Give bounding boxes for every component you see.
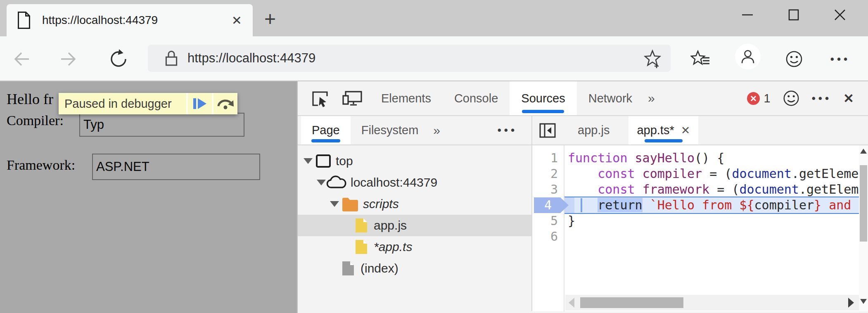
devtools-second-row: Page Filesystem » ••• app.js <box>298 116 868 145</box>
compiler-input[interactable] <box>79 113 244 137</box>
scroll-right-icon[interactable] <box>848 298 854 308</box>
devtools-main-toolbar: Elements Console Sources Network » 1 <box>298 81 868 116</box>
browser-toolbar: https://localhost:44379 <box>0 36 868 81</box>
tree-label: *app.ts <box>374 240 412 254</box>
window-close-icon[interactable] <box>829 6 851 24</box>
tab-filesystem[interactable]: Filesystem <box>351 116 429 145</box>
collapse-panel-icon[interactable] <box>539 116 556 145</box>
expand-arrow-icon[interactable] <box>304 158 313 164</box>
error-badge-icon[interactable] <box>747 92 760 105</box>
tree-item-scripts[interactable]: scripts <box>298 193 531 215</box>
ellipsis-icon: ••• <box>498 124 517 137</box>
code-token: ${ <box>739 198 754 212</box>
smiley-feedback-icon[interactable] <box>784 49 804 69</box>
devtools-body: top localhost:44379 scripts <box>298 145 868 311</box>
more-tabs-chevron-icon[interactable]: » <box>429 116 444 145</box>
tab-sources-label: Sources <box>521 92 565 105</box>
page-content: Hello fr Compiler: Framework: Paused in … <box>0 81 297 313</box>
frame-icon <box>316 154 331 168</box>
editor-tab-strip: app.js app.ts* ✕ <box>531 116 868 145</box>
code-token <box>643 198 650 212</box>
step-over-button[interactable] <box>212 93 237 114</box>
tab-console[interactable]: Console <box>443 81 510 115</box>
browser-window: https://localhost:44379 ✕ + <box>0 0 868 313</box>
close-tab-icon[interactable]: ✕ <box>681 124 690 137</box>
devtools-more-button[interactable]: ••• <box>812 92 832 105</box>
code-line-5[interactable]: } <box>568 213 575 229</box>
tab-page[interactable]: Page <box>301 116 351 145</box>
expand-arrow-icon[interactable] <box>330 201 339 207</box>
profile-button[interactable] <box>735 44 761 69</box>
code-token <box>635 182 643 197</box>
lock-icon <box>164 50 178 67</box>
window-controls <box>737 6 851 24</box>
line-number-gutter[interactable]: 1 2 3 5 6 <box>532 145 564 311</box>
file-yellow-icon <box>355 239 368 255</box>
file-navigator-tree: top localhost:44379 scripts <box>298 145 531 311</box>
code-token: document <box>739 182 799 197</box>
tab-network[interactable]: Network <box>577 81 644 115</box>
favorites-hub-icon[interactable] <box>690 49 711 69</box>
line-number[interactable]: 5 <box>550 213 558 229</box>
settings-more-button[interactable]: ••• <box>830 49 851 69</box>
tab-close-icon[interactable]: ✕ <box>232 13 242 28</box>
tab-elements[interactable]: Elements <box>370 81 443 115</box>
tree-item-appjs-selected[interactable]: app.js <box>298 215 531 236</box>
editor-tab-appjs[interactable]: app.js <box>578 116 609 145</box>
resume-script-button[interactable] <box>186 93 212 114</box>
device-emulation-icon[interactable] <box>342 81 363 115</box>
error-count[interactable]: 1 <box>764 92 771 105</box>
tab-title: https://localhost:44379 <box>42 14 232 27</box>
code-line-1[interactable]: function sayHello() { <box>568 150 724 166</box>
horizontal-scrollbar-thumb[interactable] <box>580 297 683 308</box>
navigator-more-button[interactable]: ••• <box>498 116 517 145</box>
tree-item-top[interactable]: top <box>298 150 531 172</box>
scroll-up-icon[interactable] <box>860 149 867 154</box>
back-icon[interactable] <box>12 49 32 69</box>
minimize-icon[interactable] <box>737 6 758 24</box>
tree-item-index[interactable]: (index) <box>298 258 531 279</box>
resume-icon <box>192 97 208 111</box>
line-number[interactable]: 3 <box>550 182 558 197</box>
inspect-element-icon[interactable] <box>310 81 330 115</box>
add-favorite-star-icon[interactable] <box>643 48 662 68</box>
forward-icon[interactable] <box>58 49 78 69</box>
expand-arrow-icon[interactable] <box>317 180 326 185</box>
tree-item-appts[interactable]: *app.ts <box>298 236 531 258</box>
active-tab-underline <box>311 139 340 142</box>
tab-sources[interactable]: Sources <box>510 81 576 115</box>
refresh-icon[interactable] <box>108 49 129 69</box>
code-line-2[interactable]: const compiler = (document.getElementB <box>568 166 868 182</box>
folder-icon <box>342 197 359 211</box>
code-token: () { <box>695 151 724 165</box>
line-number[interactable]: 6 <box>550 229 558 244</box>
page-favicon-icon <box>17 12 31 29</box>
editor-tab-appts[interactable]: app.ts* ✕ <box>628 116 698 145</box>
url-text[interactable]: https://localhost:44379 <box>187 51 643 66</box>
code-line-3[interactable]: const framework = (document.getElement <box>568 182 868 197</box>
vertical-scrollbar[interactable] <box>859 145 868 311</box>
tree-item-localhost[interactable]: localhost:44379 <box>298 172 531 193</box>
more-tabs-chevron-icon[interactable]: » <box>644 81 659 115</box>
address-bar[interactable]: https://localhost:44379 <box>148 45 671 72</box>
new-tab-button[interactable]: + <box>258 7 282 31</box>
person-icon <box>739 47 757 66</box>
vertical-scrollbar-thumb[interactable] <box>860 165 867 242</box>
horizontal-scrollbar[interactable] <box>565 295 859 311</box>
framework-input[interactable] <box>92 154 260 180</box>
tree-label: localhost:44379 <box>351 175 437 190</box>
scroll-left-icon[interactable] <box>569 298 574 308</box>
tab-bar: https://localhost:44379 ✕ + <box>0 0 868 36</box>
file-gray-icon <box>342 261 355 276</box>
scroll-down-icon[interactable] <box>860 299 867 304</box>
line-number[interactable]: 2 <box>550 166 558 182</box>
line-number[interactable]: 1 <box>550 150 558 166</box>
browser-tab[interactable]: https://localhost:44379 ✕ <box>7 4 253 36</box>
code-token: const <box>598 166 635 181</box>
code-token <box>635 166 643 181</box>
code-editor[interactable]: 1 2 3 5 6 4 function sayHello() { const … <box>531 145 868 311</box>
smiley-feedback-icon[interactable] <box>782 89 800 107</box>
devtools-close-button[interactable]: ✕ <box>843 91 854 106</box>
maximize-icon[interactable] <box>783 6 804 24</box>
code-line-4-paused[interactable]: return `Hello from ${compiler} and ${f <box>568 197 868 213</box>
